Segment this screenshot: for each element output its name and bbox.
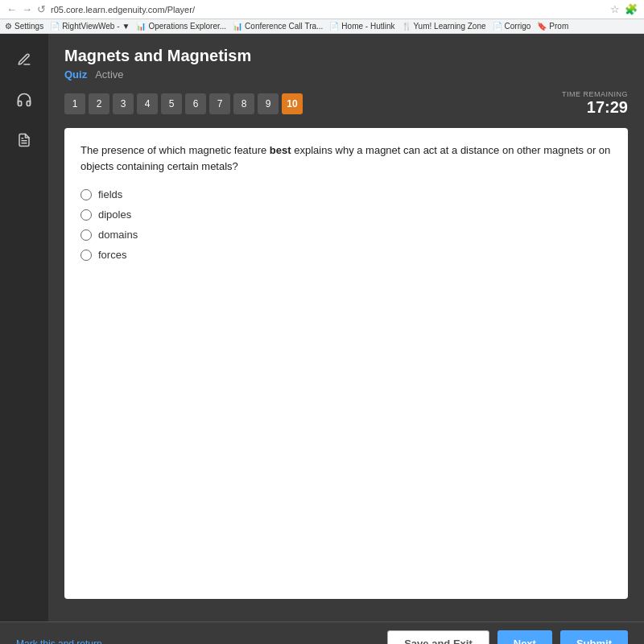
operations-icon: 📊 [136,22,146,31]
answer-options: fields dipoles domains forces [80,188,612,261]
status-active: Active [95,68,123,80]
bookmark-prom[interactable]: 🔖 Prom [537,22,568,31]
radio-forces[interactable] [80,250,92,261]
answer-label-domains: domains [98,229,138,241]
question-card: The presence of which magnetic feature b… [64,128,628,599]
sidebar [0,34,48,621]
bookmark-conference[interactable]: 📊 Conference Call Tra... [233,22,323,31]
q-num-7[interactable]: 7 [209,93,230,114]
answer-option-2[interactable]: dipoles [80,208,612,221]
q-num-9[interactable]: 9 [258,93,279,114]
save-exit-button[interactable]: Save and Exit [387,630,489,644]
q-num-4[interactable]: 4 [137,93,158,114]
question-text-bold: best [270,144,291,156]
bookmark-home[interactable]: 📄 Home - Hutlink [329,22,394,31]
q-num-3[interactable]: 3 [113,93,134,114]
q-num-8[interactable]: 8 [233,93,254,114]
q-num-1[interactable]: 1 [64,93,85,114]
bookmark-settings[interactable]: ⚙ Settings [5,22,43,31]
conference-icon: 📊 [233,22,242,31]
radio-domains[interactable] [80,229,92,241]
corrigo-icon: 📄 [493,22,502,31]
settings-icon: ⚙ [5,22,12,31]
bookmark-operations[interactable]: 📊 Operations Explorer... [136,22,226,31]
bookmark-corrigo[interactable]: 📄 Corrigo [493,22,531,31]
bottom-buttons: Save and Exit Next Submit [387,630,628,644]
radio-fields[interactable] [80,189,92,200]
answer-option-1[interactable]: fields [80,188,612,200]
extensions-icon: 🧩 [625,3,638,15]
submit-button[interactable]: Submit [560,630,628,644]
question-text: The presence of which magnetic feature b… [80,142,612,174]
bookmark-yum[interactable]: 🍴 Yum! Learning Zone [402,22,486,31]
rightview-icon: 📄 [50,22,60,31]
mark-return-link[interactable]: Mark this and return [16,638,102,645]
radio-dipoles[interactable] [80,209,92,221]
address-bar[interactable]: r05.core.learn.edgenuity.com/Player/ [51,5,605,14]
yum-icon: 🍴 [402,22,411,31]
q-num-5[interactable]: 5 [161,93,182,114]
bottom-bar: Mark this and return Save and Exit Next … [0,621,644,644]
bookmark-rightviewweb[interactable]: 📄 RightViewWeb - ▼ [50,22,130,31]
browser-reload-icon: ↺ [37,3,46,15]
answer-option-3[interactable]: domains [80,229,612,241]
home-icon: 📄 [329,22,339,31]
next-button[interactable]: Next [497,630,552,644]
quiz-title: Magnets and Magnetism [64,47,628,65]
status-quiz: Quiz [64,68,87,80]
question-nav: 1 2 3 4 5 6 7 8 9 10 [64,93,303,114]
q-num-6[interactable]: 6 [185,93,206,114]
browser-forward-icon: → [22,3,32,15]
time-value: 17:29 [562,98,628,117]
time-label: TIME REMAINING [562,90,628,98]
answer-option-4[interactable]: forces [80,249,612,261]
answer-label-dipoles: dipoles [98,208,131,221]
bookmark-star-icon: ☆ [610,3,620,15]
question-text-part1: The presence of which magnetic feature [80,144,270,156]
prom-icon: 🔖 [537,22,547,31]
answer-label-fields: fields [98,188,122,200]
pencil-icon[interactable] [11,47,37,72]
q-num-2[interactable]: 2 [89,93,109,114]
main-content: Magnets and Magnetism Quiz Active 1 2 3 … [48,34,644,621]
document-icon[interactable] [11,127,37,153]
time-remaining-block: TIME REMAINING 17:29 [562,90,628,117]
browser-back-icon: ← [6,3,17,15]
q-num-10[interactable]: 10 [282,93,303,114]
bookmarks-bar: ⚙ Settings 📄 RightViewWeb - ▼ 📊 Operatio… [0,19,644,34]
answer-label-forces: forces [98,249,126,261]
headphones-icon[interactable] [11,87,37,113]
